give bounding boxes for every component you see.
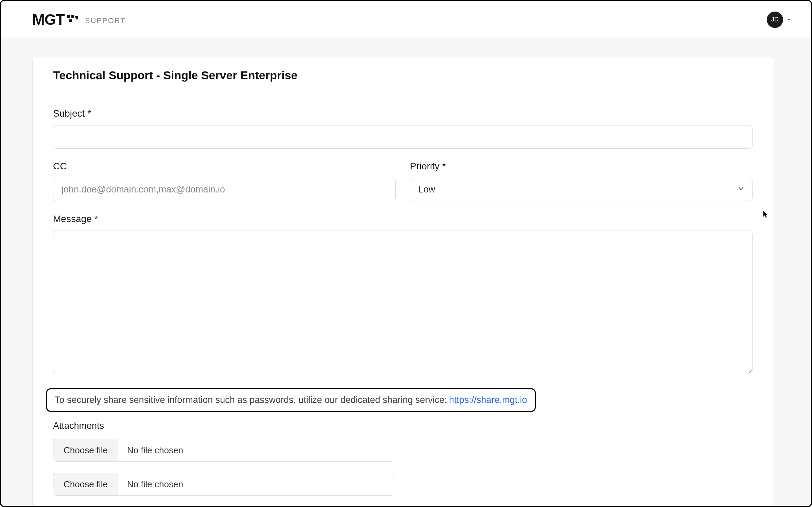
notice-text: To securely share sensitive information … <box>55 395 447 405</box>
attachments-label: Attachments <box>53 421 753 431</box>
logo-mark-icon <box>67 14 79 26</box>
priority-group: Priority * Low <box>410 161 753 201</box>
support-label: SUPPORT <box>85 16 126 25</box>
attachment-row-1: Choose file No file chosen <box>53 439 394 462</box>
chevron-down-icon <box>787 19 791 21</box>
page-title: Technical Support - Single Server Enterp… <box>53 69 753 82</box>
subject-label: Subject * <box>53 108 753 119</box>
cc-group: CC <box>53 161 396 201</box>
user-menu[interactable]: JD <box>753 1 791 38</box>
file-status: No file chosen <box>118 439 192 461</box>
avatar: JD <box>767 12 783 28</box>
top-navigation: MGT SUPPORT JD <box>1 1 811 38</box>
attachment-row-2: Choose file No file chosen <box>53 473 394 496</box>
message-label: Message * <box>53 214 753 224</box>
main-content: Technical Support - Single Server Enterp… <box>1 38 811 507</box>
card-body: Subject * CC Priority * Low <box>33 93 773 507</box>
subject-input[interactable] <box>53 125 753 149</box>
ticket-form-card: Technical Support - Single Server Enterp… <box>32 56 773 507</box>
svg-rect-2 <box>69 19 72 22</box>
cc-label: CC <box>53 161 396 172</box>
message-textarea[interactable] <box>53 231 753 373</box>
message-group: Message * <box>53 214 753 373</box>
cc-input[interactable] <box>53 178 396 201</box>
card-header: Technical Support - Single Server Enterp… <box>33 56 773 93</box>
priority-select[interactable]: Low <box>410 178 753 201</box>
choose-file-button[interactable]: Choose file <box>53 473 118 495</box>
secure-share-notice: To securely share sensitive information … <box>46 388 536 412</box>
svg-rect-0 <box>67 15 70 18</box>
svg-rect-1 <box>71 15 74 18</box>
priority-label: Priority * <box>410 161 753 172</box>
subject-group: Subject * <box>53 108 753 149</box>
file-status: No file chosen <box>118 473 192 495</box>
logo-text: MGT <box>32 11 65 28</box>
logo[interactable]: MGT <box>32 11 79 28</box>
choose-file-button[interactable]: Choose file <box>53 439 118 461</box>
brand: MGT SUPPORT <box>32 11 126 28</box>
secure-share-link[interactable]: https://share.mgt.io <box>449 395 527 405</box>
